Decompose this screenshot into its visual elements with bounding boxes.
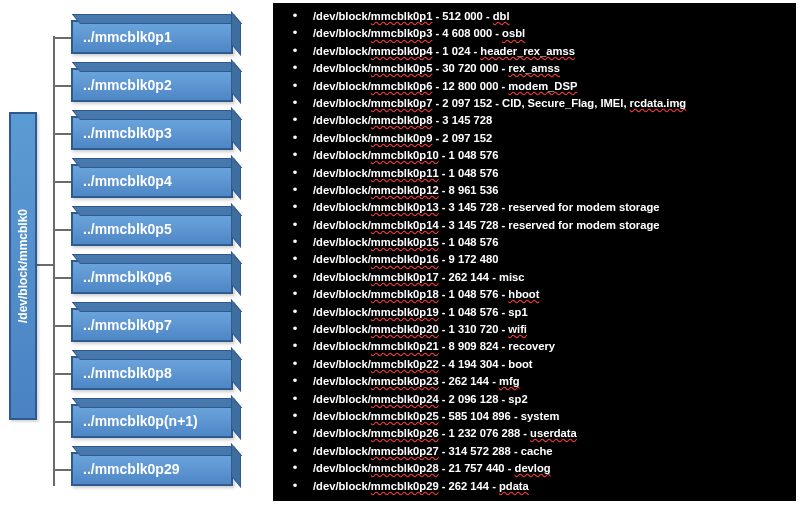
partition-row-text: /dev/block/mmcblk0p28 - 21 757 440 - dev… (313, 463, 551, 474)
bullet-icon: • (277, 374, 313, 387)
partition-row-text: /dev/block/mmcblk0p15 - 1 048 576 (313, 237, 498, 248)
partition-row: •/dev/block/mmcblk0p10 - 1 048 576 (277, 148, 786, 161)
partition-block: ../mmcblk0p29 (71, 452, 233, 486)
partition-block: ../mmcblk0p2 (71, 68, 233, 102)
connector-child (53, 325, 71, 327)
partition-row: •/dev/block/mmcblk0p19 - 1 048 576 - sp1 (277, 305, 786, 318)
bullet-icon: • (277, 339, 313, 352)
partition-row-text: /dev/block/mmcblk0p21 - 8 909 824 - reco… (313, 341, 555, 352)
partition-row-text: /dev/block/mmcblk0p4 - 1 024 - header_re… (313, 46, 575, 57)
bullet-icon: • (277, 409, 313, 422)
partition-row-text: /dev/block/mmcblk0p5 - 30 720 000 - rex_… (313, 63, 560, 74)
partition-block: ../mmcblk0p(n+1) (71, 404, 233, 438)
partition-block: ../mmcblk0p6 (71, 260, 233, 294)
partition-row: •/dev/block/mmcblk0p4 - 1 024 - header_r… (277, 44, 786, 57)
connector-child (53, 469, 71, 471)
partition-row-text: /dev/block/mmcblk0p22 - 4 194 304 - boot (313, 359, 533, 370)
bullet-icon: • (277, 200, 313, 213)
partition-row-text: /dev/block/mmcblk0p29 - 262 144 - pdata (313, 481, 529, 492)
partition-row-text: /dev/block/mmcblk0p18 - 1 048 576 - hboo… (313, 289, 539, 300)
partition-row: •/dev/block/mmcblk0p5 - 30 720 000 - rex… (277, 61, 786, 74)
partition-row-text: /dev/block/mmcblk0p6 - 12 800 000 - mode… (313, 81, 577, 92)
partition-row-text: /dev/block/mmcblk0p7 - 2 097 152 - CID, … (313, 98, 686, 109)
partition-row-text: /dev/block/mmcblk0p12 - 8 961 536 (313, 185, 498, 196)
connector-child (53, 85, 71, 87)
partition-row: •/dev/block/mmcblk0p29 - 262 144 - pdata (277, 479, 786, 492)
bullet-icon: • (277, 218, 313, 231)
partition-row: •/dev/block/mmcblk0p3 - 4 608 000 - osbl (277, 26, 786, 39)
partition-row: •/dev/block/mmcblk0p8 - 3 145 728 (277, 113, 786, 126)
partition-row: •/dev/block/mmcblk0p12 - 8 961 536 (277, 183, 786, 196)
bullet-icon: • (277, 305, 313, 318)
partition-row: •/dev/block/mmcblk0p27 - 314 572 288 - c… (277, 444, 786, 457)
partition-row: •/dev/block/mmcblk0p9 - 2 097 152 (277, 131, 786, 144)
bullet-icon: • (277, 357, 313, 370)
partition-row: •/dev/block/mmcblk0p18 - 1 048 576 - hbo… (277, 287, 786, 300)
connector-child (53, 181, 71, 183)
partition-block-label: ../mmcblk0p2 (83, 77, 172, 93)
partition-row: •/dev/block/mmcblk0p22 - 4 194 304 - boo… (277, 357, 786, 370)
bullet-icon: • (277, 479, 313, 492)
partition-row-text: /dev/block/mmcblk0p24 - 2 096 128 - sp2 (313, 394, 528, 405)
bullet-icon: • (277, 252, 313, 265)
partition-row-text: /dev/block/mmcblk0p27 - 314 572 288 - ca… (313, 446, 553, 457)
partition-block: ../mmcblk0p1 (71, 20, 233, 54)
partition-block: ../mmcblk0p3 (71, 116, 233, 150)
partition-row-text: /dev/block/mmcblk0p26 - 1 232 076 288 - … (313, 428, 577, 439)
bullet-icon: • (277, 444, 313, 457)
partition-block-label: ../mmcblk0p7 (83, 317, 172, 333)
partition-block: ../mmcblk0p8 (71, 356, 233, 390)
connector-child (53, 133, 71, 135)
bullet-icon: • (277, 113, 313, 126)
partition-row-text: /dev/block/mmcblk0p19 - 1 048 576 - sp1 (313, 307, 528, 318)
partition-listing: •/dev/block/mmcblk0p1 - 512 000 - dbl•/d… (273, 3, 796, 501)
partition-block-label: ../mmcblk0p8 (83, 365, 172, 381)
connector-child (53, 37, 71, 39)
partition-row-text: /dev/block/mmcblk0p11 - 1 048 576 (313, 168, 498, 179)
partition-row: •/dev/block/mmcblk0p23 - 262 144 - mfg (277, 374, 786, 387)
partition-row-text: /dev/block/mmcblk0p17 - 262 144 - misc (313, 272, 524, 283)
partition-row: •/dev/block/mmcblk0p15 - 1 048 576 (277, 235, 786, 248)
bullet-icon: • (277, 461, 313, 474)
connector-vertical (53, 36, 55, 486)
bullet-icon: • (277, 270, 313, 283)
bullet-icon: • (277, 44, 313, 57)
bullet-icon: • (277, 61, 313, 74)
partition-block-label: ../mmcblk0p1 (83, 29, 172, 45)
bullet-icon: • (277, 392, 313, 405)
partition-row-text: /dev/block/mmcblk0p3 - 4 608 000 - osbl (313, 28, 525, 39)
partition-row: •/dev/block/mmcblk0p24 - 2 096 128 - sp2 (277, 392, 786, 405)
partition-row: •/dev/block/mmcblk0p28 - 21 757 440 - de… (277, 461, 786, 474)
bullet-icon: • (277, 235, 313, 248)
partition-row: •/dev/block/mmcblk0p11 - 1 048 576 (277, 166, 786, 179)
partition-block-label: ../mmcblk0p5 (83, 221, 172, 237)
partition-block: ../mmcblk0p5 (71, 212, 233, 246)
partition-block-label: ../mmcblk0p6 (83, 269, 172, 285)
partition-diagram: /dev/block/mmcblk0 ../mmcblk0p1../mmcblk… (9, 10, 269, 500)
partition-block: ../mmcblk0p4 (71, 164, 233, 198)
connector-child (53, 277, 71, 279)
partition-row-text: /dev/block/mmcblk0p25 - 585 104 896 - sy… (313, 411, 559, 422)
bullet-icon: • (277, 287, 313, 300)
partition-row: •/dev/block/mmcblk0p26 - 1 232 076 288 -… (277, 426, 786, 439)
partition-row-text: /dev/block/mmcblk0p1 - 512 000 - dbl (313, 11, 510, 22)
bullet-icon: • (277, 166, 313, 179)
partition-row: •/dev/block/mmcblk0p16 - 9 172 480 (277, 252, 786, 265)
partition-block-label: ../mmcblk0p(n+1) (83, 413, 198, 429)
connector-child (53, 373, 71, 375)
partition-row: •/dev/block/mmcblk0p1 - 512 000 - dbl (277, 9, 786, 22)
partition-list: •/dev/block/mmcblk0p1 - 512 000 - dbl•/d… (277, 9, 786, 492)
parent-device-label: /dev/block/mmcblk0 (16, 209, 30, 323)
connector-child (53, 229, 71, 231)
bullet-icon: • (277, 183, 313, 196)
bullet-icon: • (277, 9, 313, 22)
parent-device-block: /dev/block/mmcblk0 (9, 112, 37, 420)
partition-row: •/dev/block/mmcblk0p13 - 3 145 728 - res… (277, 200, 786, 213)
partition-row-text: /dev/block/mmcblk0p13 - 3 145 728 - rese… (313, 202, 659, 213)
bullet-icon: • (277, 79, 313, 92)
partition-row-text: /dev/block/mmcblk0p9 - 2 097 152 (313, 133, 492, 144)
partition-row-text: /dev/block/mmcblk0p10 - 1 048 576 (313, 150, 498, 161)
bullet-icon: • (277, 131, 313, 144)
bullet-icon: • (277, 148, 313, 161)
connector-parent (37, 264, 53, 266)
